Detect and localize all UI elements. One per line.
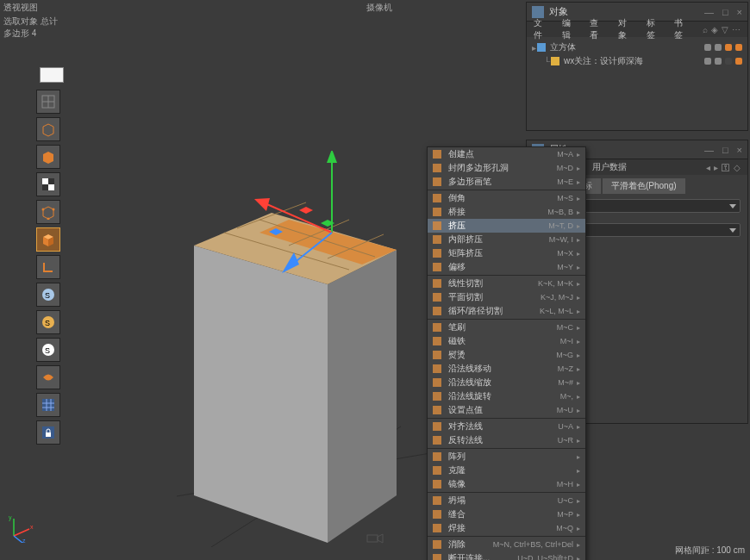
- deformer-icon[interactable]: [36, 365, 60, 389]
- svg-rect-59: [433, 263, 441, 271]
- svg-marker-21: [378, 534, 383, 543]
- lock-icon[interactable]: ⚿: [722, 163, 730, 172]
- objects-panel-title[interactable]: 对象 — □ ×: [527, 3, 747, 22]
- eye-icon[interactable]: ◈: [711, 25, 718, 34]
- menu-item[interactable]: 坍塌U~C▸: [428, 494, 585, 507]
- tree-row[interactable]: └ wx关注：设计师深海: [532, 54, 742, 68]
- menu-item[interactable]: 沿法线旋转M~,▸: [428, 389, 585, 403]
- svg-rect-78: [433, 540, 441, 549]
- svg-text:y: y: [9, 514, 12, 521]
- menu-item[interactable]: 镜像M~H▸: [428, 477, 585, 491]
- svg-rect-79: [433, 554, 441, 560]
- svg-line-85: [14, 536, 22, 543]
- mesh-icon[interactable]: [36, 90, 60, 114]
- filter-icon[interactable]: ▽: [722, 25, 728, 34]
- menu-item[interactable]: 桥接M~B, B▸: [428, 205, 585, 219]
- menu-item[interactable]: 封闭多边形孔洞M~D▸: [428, 161, 585, 175]
- menu-item[interactable]: 倒角M~S▸: [428, 191, 585, 205]
- svg-marker-12: [327, 151, 337, 163]
- svg-point-34: [47, 218, 50, 221]
- minimize-icon[interactable]: —: [704, 7, 714, 17]
- close-icon[interactable]: ×: [737, 7, 742, 17]
- corner-icon[interactable]: [36, 255, 60, 279]
- menu-item[interactable]: 多边形画笔M~E▸: [428, 175, 585, 189]
- minimize-icon[interactable]: —: [704, 145, 714, 155]
- grid-icon[interactable]: [36, 393, 60, 417]
- menu-item[interactable]: 设置点值M~U▸: [428, 403, 585, 417]
- svg-marker-18: [299, 207, 313, 214]
- menu-item[interactable]: 偏移M~Y▸: [428, 260, 585, 274]
- objects-panel[interactable]: 对象 — □ × 文件编辑查看对象标签书签⌕◈▽⋯ ▸ 立方体└ wx关注：设计…: [526, 2, 748, 131]
- menu-item[interactable]: 消除M~N, Ctrl+BS, Ctrl+Del▸: [428, 538, 585, 551]
- close-icon[interactable]: ×: [737, 145, 742, 155]
- circle-s2-icon[interactable]: S: [36, 310, 60, 334]
- menu-item[interactable]: 线性切割K~K, M~K▸: [428, 277, 585, 290]
- menu-文件[interactable]: 文件: [534, 17, 550, 41]
- menu-item[interactable]: 沿法线移动M~Z▸: [428, 362, 585, 376]
- svg-rect-58: [433, 249, 441, 258]
- nav-fwd-icon[interactable]: ▸: [714, 163, 718, 172]
- poly-icon[interactable]: [36, 227, 60, 252]
- menu-用户数据[interactable]: 用户数据: [592, 161, 627, 173]
- menu-标签[interactable]: 标签: [647, 17, 663, 41]
- svg-rect-63: [433, 323, 441, 332]
- svg-rect-61: [433, 293, 441, 302]
- more-icon[interactable]: ◇: [734, 163, 741, 172]
- menu-书签[interactable]: 书签: [674, 17, 691, 41]
- object-tree[interactable]: ▸ 立方体└ wx关注：设计师深海: [527, 37, 747, 72]
- menu-item[interactable]: 阵列▸: [428, 450, 585, 464]
- circle-s1-icon[interactable]: S: [36, 283, 60, 307]
- objects-panel-title-text: 对象: [549, 5, 568, 18]
- viewport-camera-label[interactable]: 摄像机: [366, 2, 392, 14]
- tree-row[interactable]: ▸ 立方体: [532, 40, 742, 54]
- circle-s3-icon[interactable]: S: [36, 338, 60, 362]
- more-icon[interactable]: ⋯: [732, 25, 741, 34]
- menu-item[interactable]: 笔刷M~C▸: [428, 320, 585, 334]
- cube-icon[interactable]: [36, 145, 60, 169]
- context-menu[interactable]: 创建点M~A▸封闭多边形孔洞M~D▸多边形画笔M~E▸倒角M~S▸桥接M~B, …: [427, 146, 586, 560]
- objects-panel-menu[interactable]: 文件编辑查看对象标签书签⌕◈▽⋯: [527, 22, 747, 37]
- menu-item[interactable]: 平面切割K~J, M~J▸: [428, 290, 585, 304]
- left-toolbar: SSS: [36, 67, 62, 448]
- svg-rect-81: [537, 43, 546, 52]
- svg-rect-28: [48, 178, 54, 184]
- svg-rect-82: [551, 57, 559, 65]
- maximize-icon[interactable]: □: [722, 145, 728, 155]
- svg-rect-53: [433, 177, 441, 186]
- cube-outline-icon[interactable]: [36, 117, 60, 141]
- menu-item[interactable]: 沿法线缩放M~#▸: [428, 376, 585, 389]
- menu-item[interactable]: 断开连接...U~D, U~Shift+D▸: [428, 551, 585, 560]
- menu-item[interactable]: 反转法线U~R▸: [428, 433, 585, 447]
- search-icon[interactable]: ⌕: [703, 25, 708, 34]
- selection-info: 选取对象 总计 多边形 4: [3, 16, 58, 40]
- svg-rect-75: [433, 496, 441, 505]
- menu-item[interactable]: 创建点M~A▸: [428, 147, 585, 161]
- menu-item[interactable]: 克隆▸: [428, 464, 585, 477]
- menu-item[interactable]: 熨烫M~G▸: [428, 348, 585, 362]
- menu-item[interactable]: 内部挤压M~W, I▸: [428, 233, 585, 246]
- svg-rect-57: [433, 235, 441, 244]
- menu-item[interactable]: 焊接M~Q▸: [428, 521, 585, 535]
- svg-text:S: S: [45, 346, 50, 355]
- menu-对象[interactable]: 对象: [618, 17, 634, 41]
- svg-marker-25: [43, 124, 53, 136]
- menu-item[interactable]: 矩阵挤压M~X▸: [428, 246, 585, 260]
- viewport-title: 透视视图: [3, 2, 38, 14]
- menu-item[interactable]: 磁铁M~I▸: [428, 334, 585, 348]
- tab-平滑着色(Phong)[interactable]: 平滑着色(Phong): [603, 178, 685, 194]
- cube-points-icon[interactable]: [36, 200, 60, 224]
- maximize-icon[interactable]: □: [722, 7, 728, 17]
- menu-编辑[interactable]: 编辑: [562, 17, 578, 41]
- nav-back-icon[interactable]: ◂: [706, 163, 710, 172]
- menu-item[interactable]: 对齐法线U~A▸: [428, 420, 585, 433]
- menu-item[interactable]: 挤压M~T, D▸: [428, 219, 585, 233]
- grid-lock-icon[interactable]: [36, 420, 60, 445]
- svg-rect-64: [433, 337, 441, 345]
- status-grid: 网格间距 : 100 cm: [675, 544, 745, 557]
- checker-icon[interactable]: [36, 172, 60, 196]
- menu-查看[interactable]: 查看: [590, 17, 606, 41]
- svg-rect-51: [433, 150, 441, 159]
- menu-item[interactable]: 缝合M~P▸: [428, 507, 585, 521]
- menu-item[interactable]: 循环/路径切割K~L, M~L▸: [428, 304, 585, 318]
- axis-indicator: y x z: [7, 512, 38, 543]
